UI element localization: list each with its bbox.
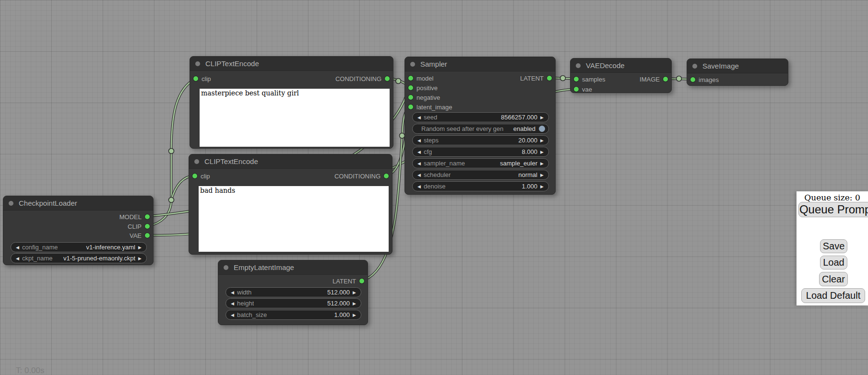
output-slot-model: MODEL [119, 213, 150, 220]
node-title: Sampler [420, 60, 447, 68]
node-title-bar[interactable]: VAEDecode [571, 59, 671, 73]
node-title-bar[interactable]: CheckpointLoader [3, 196, 153, 211]
link-midpoint-dot [677, 76, 682, 82]
node-title-bar[interactable]: CLIPTextEncode [189, 154, 392, 169]
output-slot-clip: CLIP [128, 223, 150, 230]
input-dot-negative[interactable] [408, 95, 413, 100]
input-dot-clip[interactable] [193, 76, 198, 81]
widget-cfg[interactable]: ◀ cfg 8.000 ▶ [412, 147, 549, 157]
decrement-arrow-icon[interactable]: ◀ [229, 290, 236, 295]
link-midpoint-dot [169, 149, 174, 154]
node-clip-text-encode-positive[interactable]: CLIPTextEncode clip CONDITIONING masterp… [190, 56, 393, 149]
output-slot-image: IMAGE [640, 76, 668, 82]
decrement-arrow-icon[interactable]: ◀ [416, 173, 422, 177]
widget-ckpt-name[interactable]: ◀ ckpt_name v1-5-pruned-emaonly.ckpt ▶ [11, 253, 147, 263]
increment-arrow-icon[interactable]: ▶ [351, 313, 357, 317]
queue-prompt-button[interactable]: Queue Prompt [798, 202, 868, 217]
input-slot-vae: vae [574, 86, 592, 93]
node-title: CLIPTextEncode [205, 59, 259, 68]
widget-batch-size[interactable]: ◀ batch_size 1.000 ▶ [226, 310, 361, 320]
output-dot-model[interactable] [145, 214, 150, 219]
output-dot-latent[interactable] [547, 76, 552, 81]
widget-denoise[interactable]: ◀ denoise 1.000 ▶ [412, 181, 549, 191]
node-title: CLIPTextEncode [204, 157, 258, 165]
load-button[interactable]: Load [820, 256, 847, 270]
graph-canvas[interactable]: T: 0.00s CheckpointLoader MODEL CLIP VAE… [0, 0, 868, 375]
increment-arrow-icon[interactable]: ▶ [539, 161, 545, 166]
output-dot-vae[interactable] [145, 233, 150, 238]
widget-width[interactable]: ◀ width 512.000 ▶ [226, 287, 361, 297]
node-empty-latent-image[interactable]: EmptyLatentImage LATENT ◀ width 512.000 … [218, 260, 368, 325]
input-dot-latent-image[interactable] [408, 105, 413, 109]
save-button[interactable]: Save [820, 239, 847, 253]
increment-arrow-icon[interactable]: ▶ [351, 290, 357, 295]
input-slot-images: images [690, 76, 719, 83]
node-status-dot-icon [692, 64, 697, 69]
widget-height[interactable]: ◀ height 512.000 ▶ [226, 298, 361, 308]
increment-arrow-icon[interactable]: ▶ [137, 256, 143, 261]
output-dot-image[interactable] [663, 77, 668, 82]
node-sampler[interactable]: Sampler model positive negative latent_i… [404, 57, 556, 195]
widget-random-seed-toggle[interactable]: Random seed after every gen enabled [412, 124, 549, 134]
output-slot-latent: LATENT [333, 278, 364, 284]
increment-arrow-icon[interactable]: ▶ [539, 173, 545, 177]
input-dot-images[interactable] [690, 77, 695, 82]
node-vae-decode[interactable]: VAEDecode samples vae IMAGE [570, 58, 672, 93]
decrement-arrow-icon[interactable]: ◀ [14, 256, 21, 261]
node-status-dot-icon [576, 63, 581, 68]
load-default-button[interactable]: Load Default [801, 288, 865, 303]
node-clip-text-encode-negative[interactable]: CLIPTextEncode clip CONDITIONING bad han… [189, 154, 392, 255]
input-slot-model: model [408, 75, 433, 82]
prompt-textarea[interactable]: bad hands [199, 186, 389, 252]
node-save-image[interactable]: SaveImage images [687, 59, 788, 86]
link-midpoint-dot [400, 133, 405, 139]
node-title-bar[interactable]: CLIPTextEncode [190, 57, 393, 71]
output-dot-conditioning[interactable] [385, 76, 390, 81]
decrement-arrow-icon[interactable]: ◀ [229, 313, 236, 317]
decrement-arrow-icon[interactable]: ◀ [416, 115, 422, 120]
output-dot-conditioning[interactable] [384, 174, 389, 178]
widget-steps[interactable]: ◀ steps 20.000 ▶ [412, 135, 549, 145]
input-dot-positive[interactable] [408, 85, 413, 90]
increment-arrow-icon[interactable]: ▶ [539, 150, 545, 154]
decrement-arrow-icon[interactable]: ◀ [416, 161, 422, 166]
increment-arrow-icon[interactable]: ▶ [351, 301, 357, 306]
input-dot-samples[interactable] [574, 77, 579, 82]
decrement-arrow-icon[interactable]: ◀ [229, 301, 236, 306]
input-slot-clip: clip [192, 173, 210, 179]
prompt-textarea[interactable]: masterpiece best quality girl [200, 89, 390, 147]
node-title-bar[interactable]: SaveImage [687, 59, 788, 73]
node-status-dot-icon [194, 159, 199, 164]
node-title-bar[interactable]: EmptyLatentImage [218, 260, 368, 275]
output-dot-clip[interactable] [145, 224, 150, 229]
input-dot-clip[interactable] [192, 174, 197, 178]
output-slot-conditioning: CONDITIONING [335, 75, 390, 82]
decrement-arrow-icon[interactable]: ◀ [14, 245, 21, 250]
widget-scheduler[interactable]: ◀ scheduler normal ▶ [412, 170, 549, 180]
increment-arrow-icon[interactable]: ▶ [137, 245, 143, 250]
increment-arrow-icon[interactable]: ▶ [539, 138, 545, 143]
increment-arrow-icon[interactable]: ▶ [539, 115, 545, 120]
node-title: CheckpointLoader [19, 199, 77, 207]
widget-config-name[interactable]: ◀ config_name v1-inference.yaml ▶ [11, 242, 147, 252]
decrement-arrow-icon[interactable]: ◀ [416, 184, 422, 189]
queue-panel: Queue size: 0 Queue Prompt Save Load Cle… [797, 191, 868, 305]
node-title: SaveImage [702, 62, 739, 70]
link-midpoint-dot [169, 198, 174, 203]
output-dot-latent[interactable] [359, 279, 364, 283]
widget-seed[interactable]: ◀ seed 8566257.000 ▶ [412, 112, 549, 122]
node-checkpoint-loader[interactable]: CheckpointLoader MODEL CLIP VAE ◀ config… [3, 196, 154, 265]
clear-button[interactable]: Clear [819, 272, 848, 286]
toggle-knob-icon[interactable] [539, 126, 545, 132]
node-title-bar[interactable]: Sampler [405, 57, 555, 71]
increment-arrow-icon[interactable]: ▶ [539, 184, 545, 189]
link-midpoint-dot [396, 79, 401, 84]
input-dot-vae[interactable] [574, 87, 579, 92]
input-dot-model[interactable] [408, 76, 413, 81]
decrement-arrow-icon[interactable]: ◀ [416, 138, 422, 143]
widget-sampler-name[interactable]: ◀ sampler_name sample_euler ▶ [412, 158, 549, 168]
decrement-arrow-icon[interactable]: ◀ [416, 150, 422, 154]
input-slot-latent-image: latent_image [408, 104, 452, 110]
node-title: VAEDecode [586, 61, 625, 70]
input-slot-clip: clip [193, 75, 211, 82]
